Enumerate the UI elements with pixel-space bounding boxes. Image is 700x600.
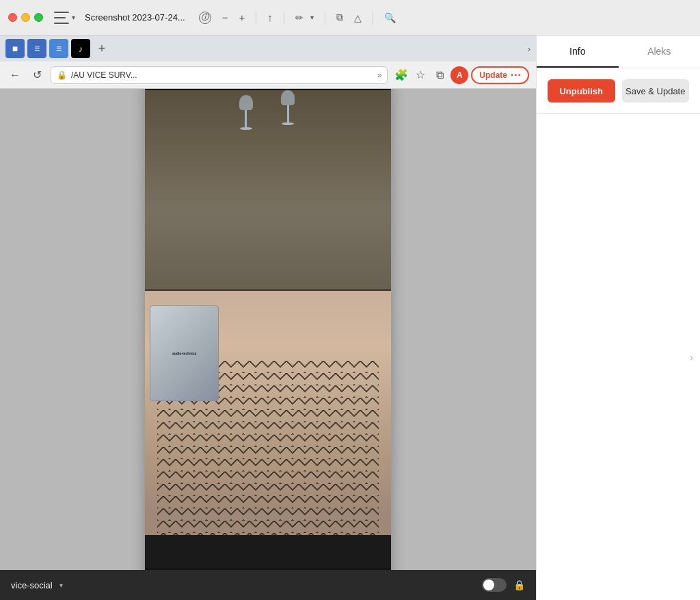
traffic-lights xyxy=(8,13,43,22)
toggle-knob xyxy=(483,579,494,590)
update-dots-icon: ⋯ xyxy=(510,68,521,81)
user-avatar[interactable]: A xyxy=(450,66,468,84)
refresh-button[interactable]: ↺ xyxy=(29,67,45,83)
toggle-switch[interactable] xyxy=(482,578,507,592)
tab-bar: ■ ≡ ≡ ♪ + › xyxy=(0,36,536,62)
phone-image-area: audio-technica xyxy=(145,90,391,569)
lock-icon: 🔒 xyxy=(57,70,67,80)
more-pages-icon[interactable]: » xyxy=(377,70,382,80)
panel-content: › xyxy=(537,114,700,600)
fullscreen-button[interactable] xyxy=(34,13,43,22)
tab-3-icon[interactable]: ≡ xyxy=(49,39,68,58)
tab-add-button[interactable]: + xyxy=(93,40,111,57)
toolbar-separator-3 xyxy=(325,11,325,25)
phone-frame: audio-technica xyxy=(145,89,391,570)
address-bar-actions: 🧩 ☆ ⧉ A Update ⋯ xyxy=(393,66,529,84)
markup-chevron-icon[interactable]: ▾ xyxy=(310,14,314,21)
tab-2-icon[interactable]: ≡ xyxy=(27,39,46,58)
skirt-area xyxy=(145,535,391,569)
right-panel: Info Aleks Unpublish Save & Update › xyxy=(536,36,700,600)
back-button[interactable]: ← xyxy=(7,67,23,83)
tab-chevron-icon[interactable]: › xyxy=(528,44,530,54)
info-icon[interactable]: ⓘ xyxy=(199,12,211,24)
window-title: Screenshot 2023-07-24... xyxy=(85,12,185,23)
bag-item: audio-technica xyxy=(150,305,219,401)
title-bar: ▾ Screenshot 2023-07-24... ⓘ − + ↑ ✏ ▾ ⧉… xyxy=(0,0,700,36)
bag-label: audio-technica xyxy=(172,351,196,355)
zoom-out-icon[interactable]: − xyxy=(222,12,228,23)
app-bottom-bar: vice-social ▾ 🔒 xyxy=(0,570,536,600)
scene-overlay: audio-technica xyxy=(145,90,391,569)
bookmark-icon[interactable]: ☆ xyxy=(412,67,429,83)
share-icon[interactable]: ↑ xyxy=(267,12,273,23)
tab-info[interactable]: Info xyxy=(537,36,619,68)
main-content: ■ ≡ ≡ ♪ + › ← ↺ 🔒 /AU VICE SURV... » 🧩 ☆… xyxy=(0,36,700,600)
unpublish-button[interactable]: Unpublish xyxy=(548,79,615,103)
panel-arrow-icon[interactable]: › xyxy=(690,352,693,363)
table-surface xyxy=(145,90,391,291)
annotate-icon[interactable]: △ xyxy=(354,12,362,23)
toolbar-separator xyxy=(256,11,256,25)
toolbar-icons: ⓘ − + ↑ ✏ ▾ ⧉ △ 🔍 xyxy=(199,11,396,25)
close-button[interactable] xyxy=(8,13,17,22)
extension-icon[interactable]: 🧩 xyxy=(393,67,409,83)
sidebar-toggle-button[interactable] xyxy=(54,12,69,24)
search-icon[interactable]: 🔍 xyxy=(384,12,396,23)
photo-viewer-body: audio-technica xyxy=(0,89,536,570)
save-update-button[interactable]: Save & Update xyxy=(622,79,690,103)
wine-glass-2 xyxy=(280,90,295,128)
sidebar-chevron-icon[interactable]: ▾ xyxy=(72,14,75,21)
minimize-button[interactable] xyxy=(21,13,30,22)
tab-1-icon[interactable]: ■ xyxy=(5,39,25,58)
image-viewer: ■ ≡ ≡ ♪ + › ← ↺ 🔒 /AU VICE SURV... » 🧩 ☆… xyxy=(0,36,536,600)
panel-actions: Unpublish Save & Update xyxy=(537,68,700,114)
wine-glass-1 xyxy=(239,95,254,133)
tab-4-icon[interactable]: ♪ xyxy=(71,39,90,58)
window-resize-icon[interactable]: ⧉ xyxy=(336,12,343,23)
photo-content: audio-technica xyxy=(145,90,391,569)
lock-status-icon: 🔒 xyxy=(513,579,525,590)
phone-bottom-bar xyxy=(145,569,391,570)
address-bar[interactable]: 🔒 /AU VICE SURV... » xyxy=(51,66,388,84)
markup-icon[interactable]: ✏ xyxy=(295,12,304,23)
toolbar-separator-2 xyxy=(284,11,284,25)
browser-address-bar: ← ↺ 🔒 /AU VICE SURV... » 🧩 ☆ ⧉ A Update … xyxy=(0,62,536,89)
address-text: /AU VICE SURV... xyxy=(71,70,373,80)
toolbar-separator-4 xyxy=(373,11,373,25)
tab-aleks[interactable]: Aleks xyxy=(619,36,701,68)
app-name-label: vice-social xyxy=(11,580,53,590)
panel-tabs: Info Aleks xyxy=(537,36,700,68)
zoom-in-icon[interactable]: + xyxy=(239,12,245,23)
update-button[interactable]: Update ⋯ xyxy=(471,66,529,84)
app-dropdown-arrow-icon[interactable]: ▾ xyxy=(59,582,63,589)
tab-resize-icon[interactable]: ⧉ xyxy=(431,67,448,83)
